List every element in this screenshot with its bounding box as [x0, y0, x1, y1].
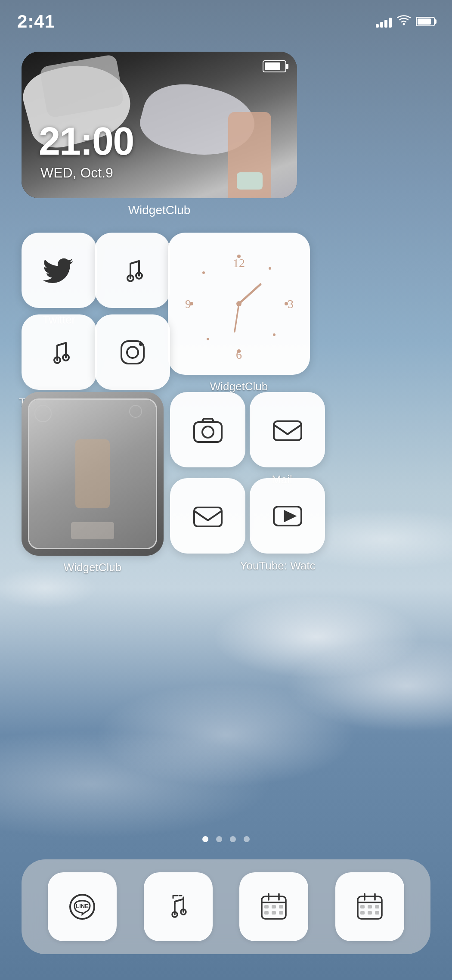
page-dot-1[interactable] — [202, 836, 208, 842]
svg-point-8 — [273, 333, 276, 336]
svg-rect-49 — [360, 905, 365, 908]
svg-text:9: 9 — [185, 297, 191, 311]
mail-app-icon-2[interactable] — [170, 478, 245, 554]
clock-widget[interactable]: 12 3 6 9 — [168, 233, 310, 375]
svg-text:12: 12 — [233, 256, 245, 270]
svg-rect-43 — [272, 911, 276, 915]
mail-app-icon[interactable] — [250, 392, 325, 467]
status-icons — [376, 15, 435, 29]
dock: LINE — [22, 859, 430, 954]
svg-marker-28 — [285, 511, 295, 521]
widget-battery-icon — [263, 60, 286, 72]
svg-point-9 — [207, 338, 209, 340]
svg-rect-54 — [375, 911, 379, 915]
svg-rect-23 — [194, 422, 222, 442]
svg-point-10 — [202, 271, 205, 274]
photo-widget-label: WidgetClub — [22, 561, 164, 574]
music-dock-icon[interactable] — [144, 872, 213, 941]
battery-icon — [416, 17, 435, 26]
svg-rect-53 — [368, 911, 372, 915]
clock-widget-label: WidgetClub — [168, 380, 310, 393]
svg-line-16 — [235, 304, 239, 332]
svg-rect-52 — [360, 911, 365, 915]
photo-widget[interactable] — [22, 392, 164, 556]
svg-text:3: 3 — [288, 297, 294, 311]
calendar-dock-icon-2[interactable] — [335, 872, 404, 941]
svg-rect-39 — [264, 905, 269, 908]
twitter-app-icon[interactable] — [22, 233, 97, 308]
photo-widget-inner — [22, 392, 164, 556]
top-widget-photo: 21:00 WED, Oct.9 — [22, 52, 297, 198]
camera-app-icon[interactable] — [170, 392, 245, 467]
svg-line-15 — [239, 284, 260, 304]
page-dots — [202, 836, 250, 842]
svg-point-24 — [202, 426, 214, 438]
signal-icon — [376, 16, 392, 28]
svg-rect-50 — [368, 905, 372, 908]
tiktok-app-icon[interactable] — [22, 314, 97, 390]
youtube-app-icon[interactable] — [250, 478, 325, 554]
svg-text:LINE: LINE — [76, 903, 89, 909]
calendar-dock-icon-1[interactable] — [239, 872, 308, 941]
music-app-icon-1[interactable] — [95, 233, 170, 308]
page-dot-3[interactable] — [230, 836, 236, 842]
svg-rect-42 — [264, 911, 269, 915]
svg-rect-26 — [194, 507, 222, 526]
svg-text:6: 6 — [236, 348, 242, 361]
line-dock-icon[interactable]: LINE — [48, 872, 117, 941]
svg-rect-51 — [375, 905, 379, 908]
svg-point-0 — [403, 23, 405, 25]
svg-point-21 — [127, 347, 138, 358]
status-time: 2:41 — [17, 11, 55, 32]
top-widget-label: WidgetClub — [22, 203, 297, 217]
svg-point-17 — [236, 301, 241, 306]
svg-rect-25 — [274, 421, 301, 440]
widget-date: WED, Oct.9 — [40, 165, 113, 181]
widget-time: 21:00 — [39, 119, 133, 164]
svg-rect-40 — [272, 905, 276, 908]
wifi-icon — [397, 15, 411, 29]
instagram-app-icon[interactable] — [95, 314, 170, 390]
svg-point-7 — [269, 267, 271, 270]
page-dot-2[interactable] — [216, 836, 222, 842]
page-dot-4[interactable] — [244, 836, 250, 842]
home-screen: 2:41 — [0, 0, 452, 980]
svg-point-22 — [139, 342, 142, 346]
status-bar: 2:41 — [0, 0, 452, 34]
svg-rect-41 — [279, 905, 283, 908]
svg-rect-44 — [279, 911, 283, 915]
youtube-label: YouTube: Watc — [239, 559, 316, 572]
top-widget[interactable]: 21:00 WED, Oct.9 — [22, 52, 297, 198]
